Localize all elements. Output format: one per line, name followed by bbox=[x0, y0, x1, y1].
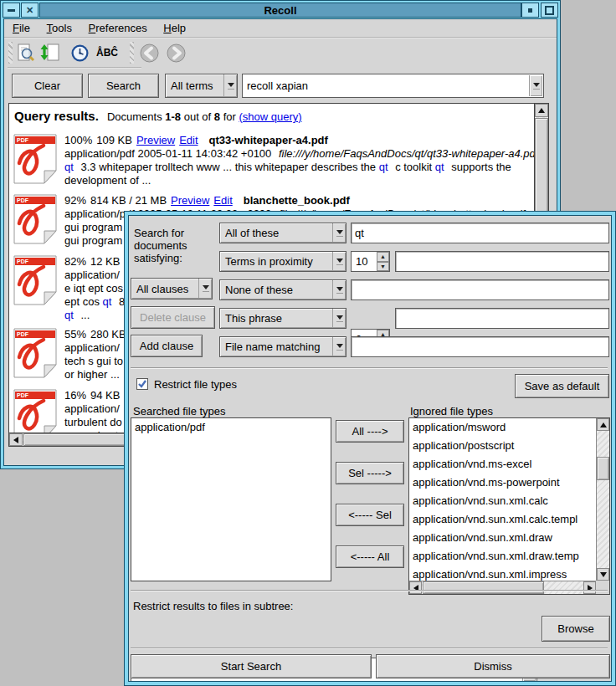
menu-tools[interactable]: Tools bbox=[41, 19, 78, 37]
term-explorer-icon[interactable]: ÅBĈ bbox=[93, 41, 121, 64]
move-all-left-button[interactable]: <----- All bbox=[336, 545, 404, 568]
edit-link[interactable]: Edit bbox=[179, 134, 198, 146]
ignored-hscrollbar[interactable] bbox=[409, 581, 596, 594]
pdf-icon: PDF bbox=[13, 328, 57, 378]
vscroll-thumb[interactable] bbox=[597, 457, 609, 480]
update-index-icon[interactable] bbox=[39, 41, 61, 64]
hscroll-thumb[interactable] bbox=[423, 581, 544, 594]
query-combo[interactable] bbox=[242, 74, 544, 98]
scroll-up-icon[interactable] bbox=[535, 104, 548, 117]
chevron-down-icon[interactable] bbox=[332, 252, 346, 271]
preview-link[interactable]: Preview bbox=[171, 194, 209, 207]
save-as-default-button[interactable]: Save as default bbox=[515, 374, 609, 398]
list-item[interactable]: application/vnd.sun.xml.calc.templ bbox=[409, 510, 596, 529]
result-item[interactable]: PDF 100%109 KBPreviewEditqt33-whitepaper… bbox=[9, 134, 534, 194]
clear-button[interactable]: Clear bbox=[12, 74, 83, 98]
scroll-down-icon[interactable] bbox=[597, 568, 609, 581]
result-filename: blanchette_book.pdf bbox=[244, 194, 350, 207]
scroll-right-icon[interactable] bbox=[583, 581, 596, 594]
list-item[interactable]: application/vnd.sun.xml.impress bbox=[409, 566, 596, 581]
spin-down-icon[interactable]: ▼ bbox=[377, 262, 389, 272]
list-item[interactable]: application/vnd.sun.xml.draw.temp bbox=[409, 547, 596, 566]
scroll-up-icon[interactable] bbox=[597, 418, 609, 431]
ignored-file-types-list[interactable]: application/mswordapplication/postscript… bbox=[409, 418, 596, 581]
delete-clause-button[interactable]: Delete clause bbox=[131, 306, 215, 329]
scroll-left-icon[interactable] bbox=[9, 433, 23, 446]
list-item[interactable]: application/vnd.sun.xml.calc bbox=[409, 492, 596, 510]
proximity-value[interactable] bbox=[352, 253, 376, 270]
searched-file-types-list[interactable]: application/pdf bbox=[131, 417, 331, 581]
clause-terms-input-4[interactable] bbox=[395, 308, 609, 329]
list-item[interactable]: application/postscript bbox=[409, 437, 596, 455]
close-button[interactable]: ✕ bbox=[21, 3, 38, 18]
preview-link[interactable]: Preview bbox=[136, 134, 175, 146]
pdf-icon: PDF bbox=[13, 389, 57, 433]
clause-type-combo-5[interactable]: File name matching bbox=[219, 336, 346, 357]
proximity-spinbox[interactable]: ▲▼ bbox=[351, 251, 390, 272]
restrict-file-types-label: Restrict file types bbox=[154, 378, 237, 391]
clause-type-combo-1[interactable]: All of these bbox=[219, 223, 346, 243]
shade-button[interactable] bbox=[521, 3, 539, 18]
show-preview-icon[interactable] bbox=[15, 41, 37, 64]
list-item[interactable]: application/vnd.sun.xml.draw bbox=[409, 529, 596, 547]
clause-terms-input-1[interactable] bbox=[351, 223, 609, 243]
move-selected-left-button[interactable]: <----- Sel bbox=[336, 504, 404, 526]
chevron-down-icon[interactable] bbox=[332, 223, 346, 243]
move-selected-right-button[interactable]: Sel -----> bbox=[336, 462, 404, 484]
titlebar[interactable]: ✕ Recoll bbox=[3, 3, 558, 18]
browse-button[interactable]: Browse bbox=[542, 616, 610, 642]
chevron-down-icon[interactable] bbox=[332, 337, 346, 356]
search-button[interactable]: Search bbox=[88, 74, 159, 98]
chevron-down-icon[interactable] bbox=[223, 74, 237, 97]
spin-up-icon[interactable]: ▲ bbox=[377, 252, 389, 262]
add-clause-button[interactable]: Add clause bbox=[131, 335, 203, 357]
clause-conjunction-combo[interactable]: All clauses bbox=[131, 278, 213, 299]
list-item[interactable]: application/vnd.ms-excel bbox=[409, 455, 596, 474]
ignored-file-types-label: Ignored file types bbox=[410, 405, 493, 417]
ignored-vscrollbar[interactable] bbox=[596, 418, 609, 581]
clause-type-combo-3[interactable]: None of these bbox=[219, 279, 346, 300]
query-input[interactable] bbox=[244, 75, 526, 96]
menu-help[interactable]: Help bbox=[157, 19, 192, 37]
svg-text:PDF: PDF bbox=[17, 197, 29, 203]
list-item[interactable]: application/vnd.ms-powerpoint bbox=[409, 474, 596, 492]
pdf-icon: PDF bbox=[13, 134, 57, 184]
chevron-down-icon[interactable] bbox=[529, 75, 542, 96]
satisfying-label: Search for documents satisfying: bbox=[134, 227, 187, 264]
back-icon[interactable] bbox=[138, 41, 160, 64]
minimize-button[interactable] bbox=[3, 3, 20, 18]
shade-icon bbox=[528, 8, 532, 13]
chevron-down-icon[interactable] bbox=[332, 280, 346, 299]
list-item[interactable]: application/msword bbox=[409, 418, 596, 437]
move-all-right-button[interactable]: All ----> bbox=[336, 420, 404, 443]
clause-terms-input-3[interactable] bbox=[351, 279, 609, 300]
svg-text:PDF: PDF bbox=[17, 137, 29, 143]
show-query-link[interactable]: (show query) bbox=[239, 110, 302, 123]
chevron-down-icon[interactable] bbox=[198, 279, 212, 299]
restrict-file-types-checkbox[interactable] bbox=[136, 378, 148, 390]
maximize-button[interactable] bbox=[541, 3, 558, 18]
toolbar: ÅBĈ bbox=[4, 38, 557, 66]
clause-type-combo-4[interactable]: This phrase bbox=[219, 308, 346, 329]
clause-type-combo-2[interactable]: Terms in proximity bbox=[219, 251, 346, 272]
dismiss-button[interactable]: Dismiss bbox=[376, 654, 610, 678]
start-search-button[interactable]: Start Search bbox=[131, 654, 372, 678]
chevron-down-icon[interactable] bbox=[332, 309, 346, 328]
toolbar-handle[interactable] bbox=[8, 42, 13, 64]
list-item[interactable]: application/pdf bbox=[131, 418, 331, 437]
ignored-file-types-list-frame: application/mswordapplication/postscript… bbox=[408, 417, 610, 595]
clause-terms-input-2[interactable] bbox=[395, 251, 609, 272]
clause-terms-input-5[interactable] bbox=[351, 336, 609, 357]
results-title: Query results. bbox=[14, 109, 99, 123]
result-filename: qt33-whitepaper-a4.pdf bbox=[209, 134, 328, 146]
scroll-left-icon[interactable] bbox=[409, 581, 422, 594]
forward-icon[interactable] bbox=[165, 41, 187, 64]
search-mode-combo[interactable]: All terms bbox=[165, 74, 238, 98]
check-icon bbox=[137, 379, 147, 389]
menu-preferences[interactable]: Preferences bbox=[83, 19, 153, 37]
sort-by-date-icon[interactable] bbox=[69, 41, 90, 64]
scrollbar-corner bbox=[596, 581, 609, 594]
menu-file[interactable]: File bbox=[7, 19, 36, 37]
toolbar-handle-2[interactable] bbox=[130, 42, 134, 64]
edit-link[interactable]: Edit bbox=[213, 194, 232, 207]
